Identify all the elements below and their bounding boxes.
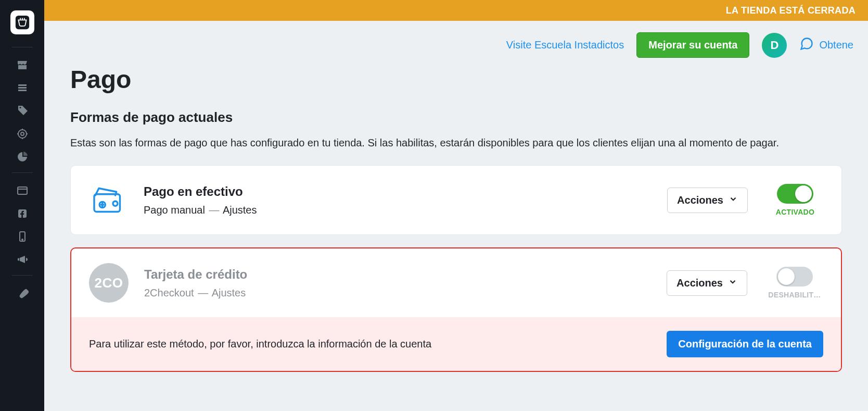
avatar[interactable]: D (762, 33, 787, 58)
warning-text: Para utilizar este método, por favor, in… (89, 338, 431, 350)
mobile-icon (16, 230, 29, 245)
section-description: Estas son las formas de pago que has con… (70, 135, 842, 151)
sidebar-item-discounts[interactable] (0, 101, 44, 123)
svg-rect-5 (18, 87, 27, 89)
sidebar-item-facebook[interactable] (0, 203, 44, 226)
sidebar-item-design[interactable] (0, 283, 44, 306)
layers-icon (16, 82, 29, 96)
svg-point-13 (113, 201, 118, 206)
content: Pago Formas de pago actuales Estas son l… (44, 60, 868, 411)
wallet-icon (88, 180, 128, 220)
megaphone-icon (16, 253, 29, 268)
store-closed-banner: LA TIENDA ESTÁ CERRADA (44, 0, 868, 21)
header: Visite Escuela Instadictos Mejorar su cu… (44, 21, 868, 60)
enable-toggle[interactable] (776, 267, 813, 287)
svg-rect-6 (18, 90, 27, 91)
method-actions: Acciones DESHABILIT… (667, 267, 823, 299)
toggle-stack: ACTIVADO (767, 184, 824, 216)
separator: — (198, 287, 208, 298)
chevron-down-icon (728, 277, 737, 289)
separator: — (209, 204, 219, 216)
sidebar-item-catalog[interactable] (0, 78, 44, 101)
svg-rect-4 (18, 84, 27, 86)
facebook-icon (16, 207, 29, 222)
get-help-label: Obtene (819, 39, 853, 51)
app-logo[interactable] (10, 10, 34, 34)
store-closed-text: LA TIENDA ESTÁ CERRADA (726, 5, 856, 16)
method-info: Tarjeta de crédito 2Checkout — Ajustes (144, 267, 651, 299)
method-actions: Acciones ACTIVADO (667, 184, 824, 216)
actions-label: Acciones (677, 194, 723, 206)
tag-icon (16, 105, 29, 119)
method-settings-link[interactable]: Ajustes (223, 204, 257, 216)
storefront-icon (16, 59, 29, 73)
method-title: Pago en efectivo (144, 184, 652, 199)
enable-toggle[interactable] (777, 184, 813, 204)
target-icon (16, 128, 29, 142)
sidebar-divider (12, 275, 33, 276)
card-warning-footer: Para utilizar este método, por favor, in… (71, 317, 841, 371)
pie-chart-icon (16, 151, 29, 165)
toggle-status-label: ACTIVADO (767, 208, 824, 216)
method-subtitle: 2Checkout — Ajustes (144, 287, 651, 299)
method-provider: Pago manual (144, 204, 205, 216)
actions-dropdown-button[interactable]: Acciones (667, 188, 748, 213)
twocheckout-icon-text: 2CO (95, 275, 123, 291)
method-provider: 2Checkout (144, 287, 194, 298)
sidebar-item-marketing[interactable] (0, 249, 44, 272)
sidebar (0, 0, 44, 411)
payment-method-card: Pago en efectivo Pago manual — Ajustes A… (70, 165, 842, 235)
method-title: Tarjeta de crédito (144, 267, 651, 282)
card-body: 2CO Tarjeta de crédito 2Checkout — Ajust… (71, 248, 841, 317)
method-settings-link[interactable]: Ajustes (212, 287, 246, 298)
main: LA TIENDA ESTÁ CERRADA Visite Escuela In… (44, 0, 868, 411)
sidebar-item-mobile[interactable] (0, 226, 44, 249)
svg-rect-0 (15, 16, 29, 29)
svg-rect-9 (18, 187, 27, 194)
payment-method-card: 2CO Tarjeta de crédito 2Checkout — Ajust… (70, 247, 842, 372)
twocheckout-icon: 2CO (89, 263, 129, 303)
chevron-down-icon (729, 194, 738, 206)
sidebar-item-site[interactable] (0, 180, 44, 203)
svg-point-7 (18, 130, 27, 138)
section-title: Formas de pago actuales (70, 109, 842, 126)
actions-label: Acciones (676, 277, 723, 289)
visit-school-link[interactable]: Visite Escuela Instadictos (506, 39, 624, 51)
svg-point-12 (22, 239, 23, 240)
svg-point-8 (21, 132, 24, 135)
chat-icon (799, 36, 814, 54)
sidebar-divider (12, 172, 33, 173)
method-info: Pago en efectivo Pago manual — Ajustes (144, 184, 652, 216)
brush-icon (16, 287, 29, 302)
get-help-link[interactable]: Obtene (799, 36, 853, 54)
sidebar-divider (12, 47, 33, 47)
actions-dropdown-button[interactable]: Acciones (667, 270, 747, 296)
browser-icon (16, 184, 29, 199)
account-configuration-button[interactable]: Configuración de la cuenta (667, 331, 823, 357)
upgrade-account-button[interactable]: Mejorar su cuenta (636, 32, 749, 58)
sidebar-item-storefront[interactable] (0, 55, 44, 78)
toggle-status-label: DESHABILIT… (766, 291, 823, 299)
sidebar-item-reports[interactable] (0, 146, 44, 169)
card-body: Pago en efectivo Pago manual — Ajustes A… (71, 166, 841, 234)
sidebar-item-target[interactable] (0, 123, 44, 146)
method-subtitle: Pago manual — Ajustes (144, 204, 652, 216)
page-title: Pago (70, 65, 842, 94)
toggle-stack: DESHABILIT… (766, 267, 823, 299)
